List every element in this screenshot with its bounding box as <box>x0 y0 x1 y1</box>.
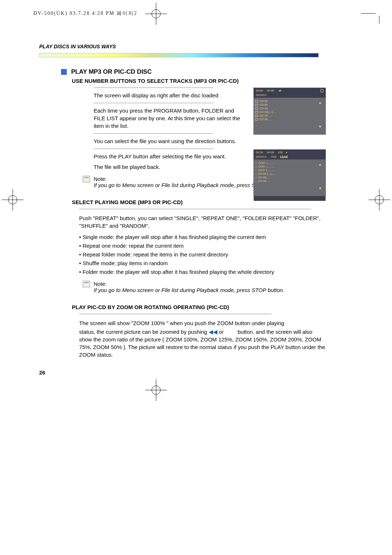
file-row: ♪CD 06...... <box>255 179 324 183</box>
down-arrow-icon: ▼ <box>318 186 322 190</box>
file-row: ♪GOD -.......... <box>255 165 324 168</box>
file-row: CD 02 <box>255 103 324 106</box>
blue-square-icon <box>61 69 67 75</box>
note-icon <box>83 176 90 182</box>
instruction-3: You can select the file you want using t… <box>94 137 246 145</box>
svg-marker-14 <box>209 330 213 335</box>
screen1-track: 001/013 <box>254 93 326 98</box>
note-label: Note: <box>94 281 284 287</box>
screen2-bitrate: 128 <box>278 151 282 154</box>
zoom-paragraph-b: status, the current picture can be zoome… <box>79 328 326 358</box>
mode-intro: Push "REPEAT" button, you can select "SI… <box>79 214 326 230</box>
gradient-bar <box>39 53 319 57</box>
screen2-time-a: 00:59 <box>256 151 263 154</box>
bullet-3: Repeat folder mode: repeat the items in … <box>79 251 326 258</box>
up-arrow-icon: ▲ <box>318 162 322 166</box>
instruction-4: Press the PLAY button after selecting th… <box>94 153 246 160</box>
file-row: ♪CD 05...... <box>255 176 324 179</box>
divider <box>79 314 271 314</box>
instruction-5: The file will be played back. <box>94 163 246 171</box>
page-content: PLAY DISCS IN VARIOUS WAYS PLAY MP3 OR P… <box>39 44 326 376</box>
level-bars-icon: ...ılıIIII <box>278 89 281 92</box>
file-row: ♪GOD -.......... <box>255 161 324 165</box>
screen-illustration-2: 00:59 04:09 128 ▸ 001/013 ...ılıIIII ♪GO… <box>253 149 326 197</box>
equalizer-icon <box>280 155 287 158</box>
level-bars-icon: ...ılıIIII <box>269 155 277 158</box>
screen-illustration-1: 00:00 00:00 ...ılıIIII 001/013 CD 01 CD … <box>253 88 326 135</box>
heading-row: PLAY MP3 OR PIC-CD DISC <box>61 68 326 76</box>
file-row: ♪GOD 2 -........ <box>255 169 324 172</box>
screen1-time-a: 00:00 <box>256 89 263 92</box>
bullet-1: Single mode: the player will stop after … <box>79 233 326 241</box>
stop-icon <box>320 89 323 92</box>
note-icon <box>83 281 90 287</box>
heading-2a: USE NUMBER BUTTONS TO SELECT TRACKS (MP3… <box>72 78 326 84</box>
page-number: 26 <box>39 369 326 376</box>
registration-mark-left <box>2 189 24 211</box>
screen2-time-b: 04:09 <box>267 151 274 154</box>
file-row: CD 06...... <box>255 118 324 121</box>
file-row: ♪CD 04 [...]..... <box>255 172 324 175</box>
heading-1: PLAY MP3 OR PIC-CD DISC <box>71 68 152 76</box>
svg-marker-15 <box>213 330 217 335</box>
instruction-1: The screen will display as right after t… <box>94 92 246 99</box>
file-row: CD 03 <box>255 107 324 110</box>
registration-mark-bottom <box>145 379 167 401</box>
section-label: PLAY DISCS IN VARIOUS WAYS <box>39 44 326 49</box>
file-row: CD 04 [...]..... <box>255 110 324 114</box>
file-row: CD 01 <box>255 100 324 103</box>
file-row: CD 05...... <box>255 114 324 117</box>
screen2-track: 001/013 <box>256 155 266 158</box>
registration-mark-top <box>145 3 167 25</box>
registration-mark-right <box>368 189 390 211</box>
divider <box>79 209 311 209</box>
bullet-5: Folder mode: the player will stop after … <box>79 268 326 276</box>
rewind-icon <box>209 330 217 335</box>
print-header: DV-500(UK) 03.7.28 4:28 PM 페이지2 <box>33 10 137 17</box>
bullet-4: Shuffle mode: play items in random <box>79 259 326 267</box>
note-text-2: If you go to Menu screen or File list du… <box>94 287 284 293</box>
heading-2c: PLAY PIC-CD BY ZOOM OR ROTATING OPERATIN… <box>72 304 326 310</box>
up-arrow-icon: ▲ <box>318 101 322 105</box>
zoom-paragraph-a: The screen will show "ZOOM 100% " when y… <box>79 319 326 327</box>
crop-mark-top-right <box>361 9 383 24</box>
bullet-2: Repeat one mode: repeat the current item <box>79 242 326 250</box>
instruction-2: Each time you press the PROGRAM button, … <box>94 107 246 130</box>
note-block-2: Note: If you go to Menu screen or File l… <box>83 281 315 293</box>
down-arrow-icon: ▼ <box>318 125 322 129</box>
screen1-time-b: 00:00 <box>267 89 274 92</box>
play-icon: ▸ <box>286 151 287 154</box>
